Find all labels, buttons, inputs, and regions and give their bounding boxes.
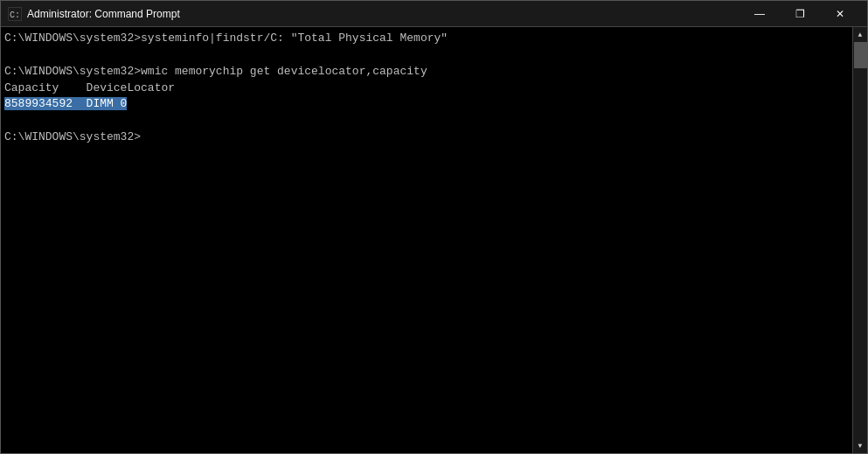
scroll-up-arrow[interactable]: ▲ [853, 27, 868, 42]
minimize-button[interactable]: — [740, 1, 780, 27]
scroll-thumb[interactable] [854, 42, 867, 68]
command-prompt-window: C: Administrator: Command Prompt — ❐ ✕ C… [0, 0, 868, 454]
terminal-line-1: C:\WINDOWS\system32>systeminfo|findstr/C… [4, 31, 849, 47]
maximize-button[interactable]: ❐ [780, 1, 820, 27]
terminal-line-4: Capacity DeviceLocator [4, 80, 849, 97]
title-bar: C: Administrator: Command Prompt — ❐ ✕ [1, 1, 867, 27]
window-title: Administrator: Command Prompt [27, 8, 740, 20]
terminal-line-3: C:\WINDOWS\system32>wmic memorychip get … [4, 64, 849, 80]
terminal-line-7: C:\WINDOWS\system32> [4, 129, 849, 146]
selected-output: 8589934592 DIMM 0 [4, 97, 127, 110]
svg-text:C:: C: [10, 10, 20, 20]
terminal-line-6 [4, 113, 849, 129]
window-controls: — ❐ ✕ [740, 1, 860, 27]
close-button[interactable]: ✕ [820, 1, 860, 27]
terminal-line-2 [4, 47, 849, 64]
terminal-line-5: 8589934592 DIMM 0 [4, 96, 849, 113]
scroll-down-arrow[interactable]: ▼ [853, 438, 868, 453]
terminal-output[interactable]: C:\WINDOWS\system32>systeminfo|findstr/C… [1, 27, 852, 453]
scroll-track[interactable] [853, 42, 868, 438]
app-icon: C: [8, 7, 22, 21]
content-area: C:\WINDOWS\system32>systeminfo|findstr/C… [1, 27, 867, 453]
vertical-scrollbar[interactable]: ▲ ▼ [852, 27, 867, 453]
